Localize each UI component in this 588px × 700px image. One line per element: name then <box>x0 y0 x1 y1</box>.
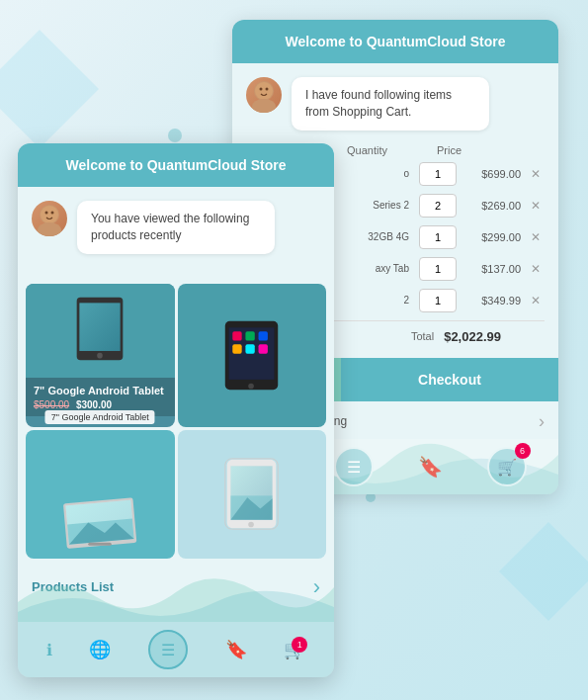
svg-point-9 <box>51 212 54 215</box>
bot-chat-bubble: I have found following items from Shoppi… <box>292 77 489 131</box>
svg-rect-12 <box>80 304 121 352</box>
item-price: $299.00 <box>466 231 521 243</box>
front-avatar-image <box>32 201 67 236</box>
svg-point-2 <box>252 99 276 113</box>
svg-point-13 <box>97 353 103 359</box>
front-wave-decoration <box>18 563 334 622</box>
remove-button[interactable]: ✕ <box>531 230 545 244</box>
cart-nav-badge[interactable]: 🛒 6 <box>487 447 527 486</box>
svg-rect-19 <box>246 331 255 340</box>
ipad-mini-image <box>219 457 284 531</box>
svg-point-8 <box>45 212 48 215</box>
svg-rect-22 <box>246 344 255 353</box>
svg-rect-18 <box>233 331 242 340</box>
quantity-input[interactable] <box>419 225 457 249</box>
product-image-4 <box>178 430 327 559</box>
svg-rect-20 <box>259 331 268 340</box>
product-card-1[interactable]: 7" Google Android Tablet $500.00 $300.00… <box>26 284 175 427</box>
bookmark-nav-icon[interactable]: 🔖 <box>418 455 443 479</box>
quantity-input[interactable] <box>419 194 457 218</box>
globe-nav-icon[interactable]: 🌐 <box>89 639 111 660</box>
android-tablet-image <box>70 296 129 365</box>
price-new-1: $300.00 <box>76 399 112 410</box>
dot-1 <box>168 129 182 142</box>
svg-rect-21 <box>233 344 242 353</box>
quantity-input[interactable] <box>419 257 457 281</box>
quantity-input[interactable] <box>419 162 457 186</box>
svg-point-1 <box>255 82 273 100</box>
product-grid: 7" Google Android Tablet $500.00 $300.00… <box>18 276 334 567</box>
svg-rect-29 <box>88 542 112 545</box>
front-chat-bubble: You have viewed the following products r… <box>77 201 275 254</box>
front-cart-badge[interactable]: 🛒 1 <box>284 639 305 660</box>
bookmark-front-icon[interactable]: 🔖 <box>225 639 247 660</box>
product-image-1 <box>26 284 175 378</box>
svg-point-6 <box>41 206 58 223</box>
bot-message-area: I have found following items from Shoppi… <box>232 63 558 144</box>
product-image-3 <box>26 430 175 559</box>
product-prices-1: $500.00 $300.00 <box>34 399 167 410</box>
product-card-2[interactable] <box>178 284 327 427</box>
surface-tablet-image <box>60 494 139 549</box>
product-tooltip-1: 7" Google Android Tablet <box>45 410 155 424</box>
front-card-nav: ℹ 🌐 ☰ 🔖 🛒 1 <box>18 622 334 677</box>
price-old-1: $500.00 <box>34 399 69 410</box>
remove-button[interactable]: ✕ <box>531 199 545 213</box>
bg-decoration-1 <box>0 30 99 148</box>
quantity-input[interactable] <box>419 289 457 312</box>
front-menu-button[interactable]: ☰ <box>148 630 188 669</box>
svg-rect-23 <box>259 344 268 353</box>
remove-button[interactable]: ✕ <box>531 262 545 276</box>
bg-decoration-2 <box>499 522 588 621</box>
checkout-button[interactable]: Checkout <box>341 358 558 401</box>
product-card-4[interactable] <box>178 430 327 559</box>
info-nav-icon[interactable]: ℹ <box>46 641 52 659</box>
product-card-3[interactable] <box>26 430 175 559</box>
svg-point-17 <box>248 383 254 389</box>
product-title-1: 7" Google Android Tablet <box>34 384 167 397</box>
total-amount: $2,022.99 <box>444 329 501 344</box>
cart-badge-count: 6 <box>515 443 531 459</box>
back-card-header: Welcome to QuantumCloud Store <box>232 20 558 63</box>
recently-viewed-card: Welcome to QuantumCloud Store You have v… <box>18 143 334 677</box>
item-price: $699.00 <box>466 168 521 180</box>
item-price: $137.00 <box>466 263 521 275</box>
front-avatar <box>32 201 67 236</box>
avatar <box>246 77 282 113</box>
avatar-image <box>246 77 282 113</box>
svg-point-36 <box>248 522 254 528</box>
item-price: $269.00 <box>466 200 521 212</box>
product-image-2 <box>178 284 327 427</box>
svg-point-3 <box>260 88 263 91</box>
total-label: Total <box>411 330 434 342</box>
item-price: $349.99 <box>466 295 521 306</box>
svg-point-4 <box>266 88 269 91</box>
ipad-air-image <box>219 318 284 393</box>
remove-button[interactable]: ✕ <box>531 167 545 181</box>
remove-button[interactable]: ✕ <box>531 294 545 307</box>
front-card-header: Welcome to QuantumCloud Store <box>18 143 334 187</box>
menu-nav-button[interactable]: ☰ <box>334 447 374 486</box>
front-bot-message-area: You have viewed the following products r… <box>18 187 334 268</box>
svg-point-7 <box>38 222 61 236</box>
